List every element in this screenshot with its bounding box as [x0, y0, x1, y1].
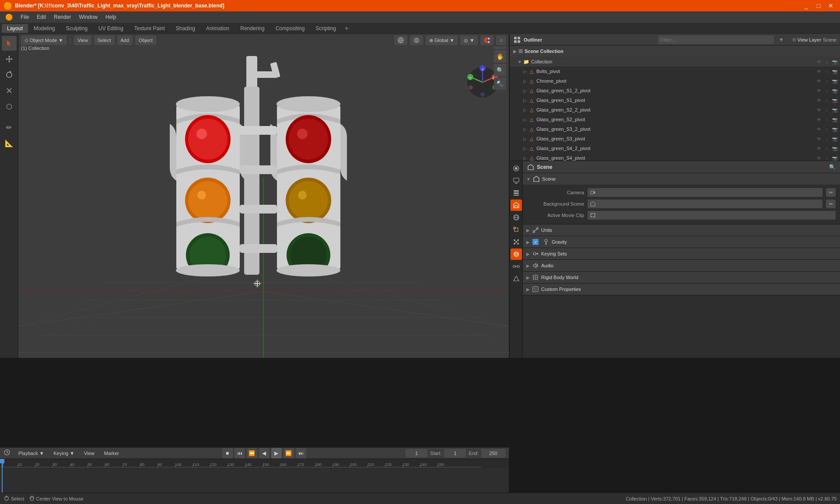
- outliner-content[interactable]: ▼ 📁 Collection 👁 ↕ 📷 ▷ △ Bolts_pivot 👁 ↕…: [510, 57, 840, 161]
- render-properties-icon[interactable]: [511, 163, 522, 174]
- table-row[interactable]: ▷ △ Glass_green_S3_pivot 👁↕📷: [510, 134, 840, 144]
- scale-tool-icon[interactable]: [2, 83, 17, 98]
- tab-animation[interactable]: Animation: [201, 24, 234, 33]
- outliner-filter-btn[interactable]: ▼: [777, 35, 786, 45]
- audio-section-header[interactable]: ▶ Audio: [523, 260, 840, 271]
- global-transform-btn[interactable]: ⊕ Global ▼: [426, 35, 458, 45]
- rotate-tool-icon[interactable]: [2, 67, 17, 82]
- gravity-section-header[interactable]: ▶ ✓ Gravity: [523, 236, 840, 248]
- units-section-header[interactable]: ▶ Units: [523, 224, 840, 236]
- tab-texture-paint[interactable]: Texture Paint: [129, 24, 170, 33]
- snap-btn[interactable]: 🧲: [480, 35, 494, 45]
- view-menu-btn[interactable]: View: [80, 450, 98, 457]
- menu-help[interactable]: Help: [102, 13, 120, 21]
- measure-tool-icon[interactable]: 📐: [2, 136, 17, 150]
- keying-menu-btn[interactable]: Keying ▼: [50, 450, 78, 457]
- gravity-checkbox[interactable]: ✓: [532, 239, 539, 245]
- viewlayer-properties-icon[interactable]: [511, 187, 522, 199]
- collection-row[interactable]: ▼ 📁 Collection 👁 ↕ 📷: [510, 57, 840, 66]
- rigid-body-world-header[interactable]: ▶ Rigid Body World: [523, 272, 840, 283]
- current-frame-input[interactable]: [406, 449, 427, 458]
- add-menu-btn[interactable]: Add: [117, 35, 133, 45]
- playback-menu-btn[interactable]: Playback ▼: [15, 450, 48, 457]
- table-row[interactable]: ▷ △ Glass_green_S3_2_pivot 👁↕📷: [510, 124, 840, 134]
- tab-scripting[interactable]: Scripting: [310, 24, 341, 33]
- start-frame-input[interactable]: [444, 449, 466, 458]
- minimize-button[interactable]: _: [801, 0, 812, 11]
- menu-render[interactable]: Render: [50, 13, 74, 21]
- view-menu-btn[interactable]: View: [74, 35, 91, 45]
- physics-properties-icon[interactable]: [511, 248, 522, 260]
- render-icon[interactable]: 📷: [831, 58, 838, 65]
- table-row[interactable]: ▷ △ Glass_green_S4_2_pivot 👁↕📷: [510, 144, 840, 153]
- play-button[interactable]: ▶: [271, 448, 282, 458]
- tab-layout[interactable]: Layout: [2, 24, 28, 33]
- spotlight-btn[interactable]: 🔦: [494, 77, 506, 90]
- tab-rendering[interactable]: Rendering: [235, 24, 270, 33]
- menu-edit[interactable]: Edit: [33, 13, 49, 21]
- tab-sculpting[interactable]: Sculpting: [61, 24, 93, 33]
- pivot-point-btn[interactable]: ◎ ▼: [460, 35, 478, 45]
- svg-text:100: 100: [175, 462, 182, 467]
- step-forward-button[interactable]: ⏩: [284, 448, 294, 458]
- output-properties-icon[interactable]: [511, 175, 522, 186]
- camera-edit-btn[interactable]: ✏: [826, 188, 836, 197]
- camera-value[interactable]: [588, 188, 822, 197]
- viewport-gizmo-btn[interactable]: [394, 35, 407, 45]
- table-row[interactable]: ▷ △ Glass_green_S2_2_pivot 👁↕📷: [510, 105, 840, 115]
- custom-properties-header[interactable]: ▶ C Custom Properties: [523, 284, 840, 295]
- overlay-btn[interactable]: [410, 35, 423, 45]
- maximize-button[interactable]: □: [813, 0, 824, 11]
- menu-file[interactable]: File: [17, 13, 32, 21]
- close-button[interactable]: ✕: [825, 0, 836, 11]
- outliner-search-input[interactable]: [658, 35, 774, 44]
- transform-tool-icon[interactable]: ⬡: [2, 99, 17, 114]
- movie-clip-value[interactable]: [588, 211, 836, 220]
- cursor-tool-icon[interactable]: [2, 36, 17, 51]
- audio-section-label: Audio: [541, 263, 553, 268]
- tab-uv-editing[interactable]: UV Editing: [93, 24, 129, 33]
- jump-end-button[interactable]: ⏭: [296, 448, 306, 458]
- table-row[interactable]: ▷ △ Glass_green_S1_pivot 👁↕📷: [510, 95, 840, 105]
- viewport[interactable]: ⊙ Object Mode ▼ View Select Add Object ⊕…: [18, 34, 509, 358]
- properties-search-icon[interactable]: 🔍: [829, 164, 836, 170]
- marker-menu-btn[interactable]: Marker: [101, 450, 122, 457]
- jump-start-button[interactable]: ⏮: [234, 448, 245, 458]
- table-row[interactable]: ▷ △ Glass_green_S4_pivot 👁↕📷: [510, 153, 840, 161]
- object-mode-selector[interactable]: ⊙ Object Mode ▼: [21, 35, 66, 45]
- table-row[interactable]: ▷ △ Bolts_pivot 👁 ↕ 📷: [510, 66, 840, 76]
- keying-sets-header[interactable]: ▶ Keying Sets: [523, 248, 840, 259]
- menu-blender[interactable]: 🟠: [2, 13, 16, 21]
- constraints-properties-icon[interactable]: [511, 261, 522, 272]
- table-row[interactable]: ▷ △ Glass_green_S2_pivot 👁↕📷: [510, 115, 840, 124]
- table-row[interactable]: ▷ △ Chrome_pivot 👁 ↕ 📷: [510, 76, 840, 86]
- tab-shading[interactable]: Shading: [171, 24, 200, 33]
- move-tool-icon[interactable]: [2, 52, 17, 66]
- object-properties-icon[interactable]: [511, 224, 522, 235]
- pointer-icon[interactable]: ↕: [823, 58, 830, 65]
- eye-icon[interactable]: 👁: [816, 58, 822, 65]
- data-properties-icon[interactable]: [511, 273, 522, 284]
- tab-compositing[interactable]: Compositing: [270, 24, 310, 33]
- background-scene-value[interactable]: [588, 200, 822, 208]
- zoom-btn[interactable]: 🔍: [494, 64, 506, 76]
- scene-properties-icon[interactable]: [511, 200, 522, 211]
- menu-window[interactable]: Window: [75, 13, 101, 21]
- step-back-button[interactable]: ⏪: [247, 448, 257, 458]
- select-menu-btn[interactable]: Select: [94, 35, 115, 45]
- annotate-tool-icon[interactable]: ✏: [2, 120, 17, 135]
- stop-button[interactable]: ■: [222, 448, 233, 458]
- pan-btn[interactable]: 🖐: [494, 50, 506, 63]
- world-properties-icon[interactable]: [511, 212, 522, 223]
- scene-section-header[interactable]: ▼ Scene: [523, 173, 840, 185]
- scene-section-content: Camera ✏ Background Scene ✏ Active M: [523, 185, 840, 224]
- tab-modeling[interactable]: Modeling: [28, 24, 60, 33]
- add-workspace-button[interactable]: +: [342, 24, 351, 33]
- particles-properties-icon[interactable]: [511, 236, 522, 248]
- table-row[interactable]: ▷ △ Glass_green_S1_2_pivot 👁↕📷: [510, 86, 840, 95]
- play-back-button[interactable]: ◀: [259, 448, 270, 458]
- object-menu-btn[interactable]: Object: [135, 35, 156, 45]
- end-frame-input[interactable]: [481, 449, 505, 458]
- proportional-edit-btn[interactable]: ○: [496, 35, 506, 45]
- bg-scene-edit-btn[interactable]: ✏: [826, 200, 836, 208]
